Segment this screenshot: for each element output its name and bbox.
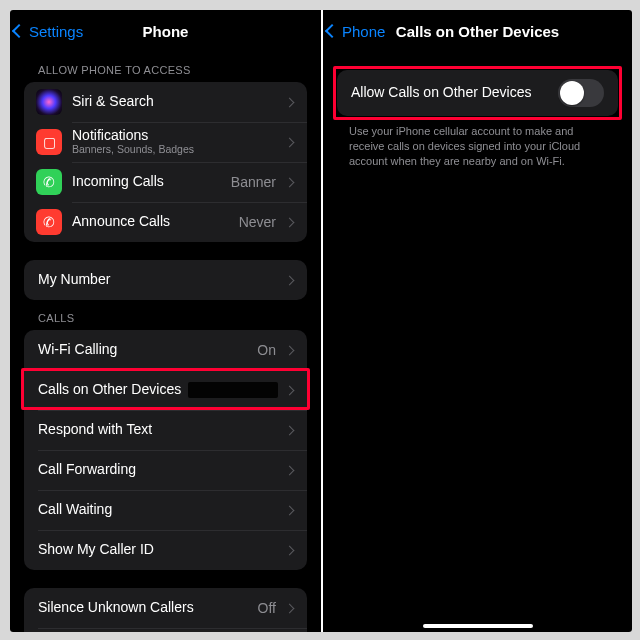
chevron-right-icon <box>285 345 295 355</box>
row-label-text: Notifications <box>72 127 148 143</box>
chevron-right-icon <box>285 425 295 435</box>
row-value: Off <box>258 600 276 616</box>
row-value: On <box>257 342 276 358</box>
home-indicator[interactable] <box>423 624 533 628</box>
chevron-right-icon <box>285 97 295 107</box>
row-wifi-calling[interactable]: Wi-Fi Calling On <box>24 330 307 370</box>
row-call-waiting[interactable]: Call Waiting <box>24 490 307 530</box>
chevron-right-icon <box>285 505 295 515</box>
back-label: Settings <box>29 23 83 40</box>
notifications-icon: ▢ <box>36 129 62 155</box>
chevron-right-icon <box>285 177 295 187</box>
row-sublabel: Banners, Sounds, Badges <box>72 144 286 156</box>
chevron-right-icon <box>285 465 295 475</box>
row-value: Banner <box>231 174 276 190</box>
row-label: Announce Calls <box>72 214 239 229</box>
row-blocked-contacts[interactable]: Blocked Contacts <box>24 628 307 632</box>
announce-calls-icon: ✆ <box>36 209 62 235</box>
section-header-calls: CALLS <box>10 300 321 330</box>
chevron-left-icon <box>325 24 339 38</box>
chevron-right-icon <box>285 217 295 227</box>
row-respond-with-text[interactable]: Respond with Text <box>24 410 307 450</box>
row-notifications[interactable]: ▢ Notifications Banners, Sounds, Badges <box>24 122 307 162</box>
row-label: Siri & Search <box>72 94 286 109</box>
row-label: Show My Caller ID <box>38 542 286 557</box>
row-label: Allow Calls on Other Devices <box>351 85 558 100</box>
row-label: Respond with Text <box>38 422 286 437</box>
back-label: Phone <box>342 23 385 40</box>
group-access: Siri & Search ▢ Notifications Banners, S… <box>24 82 307 242</box>
row-label: Silence Unknown Callers <box>38 600 258 615</box>
page-title: Calls on Other Devices <box>396 23 559 40</box>
chevron-right-icon <box>285 385 295 395</box>
siri-icon <box>36 89 62 115</box>
row-call-forwarding[interactable]: Call Forwarding <box>24 450 307 490</box>
phone-settings-screen: Settings Phone ALLOW PHONE TO ACCESS Sir… <box>10 10 321 632</box>
chevron-right-icon <box>285 545 295 555</box>
page-title: Phone <box>143 23 189 40</box>
back-button-settings[interactable]: Settings <box>14 23 83 40</box>
row-label: Notifications Banners, Sounds, Badges <box>72 128 286 156</box>
chevron-right-icon <box>285 603 295 613</box>
description-text: Use your iPhone cellular account to make… <box>323 116 632 169</box>
row-label: Call Waiting <box>38 502 286 517</box>
group-my-number: My Number <box>24 260 307 300</box>
row-my-number[interactable]: My Number <box>24 260 307 300</box>
row-label: Wi-Fi Calling <box>38 342 257 357</box>
row-label: Calls on Other Devices <box>38 382 188 397</box>
row-calls-on-other-devices[interactable]: Calls on Other Devices <box>24 370 307 410</box>
phone-calls-on-other-devices-screen: Phone Calls on Other Devices Allow Calls… <box>321 10 632 632</box>
back-button-phone[interactable]: Phone <box>327 23 385 40</box>
group-bottom: Silence Unknown Callers Off Blocked Cont… <box>24 588 307 632</box>
allow-calls-toggle[interactable] <box>558 79 604 107</box>
row-announce-calls[interactable]: ✆ Announce Calls Never <box>24 202 307 242</box>
group-allow-calls: Allow Calls on Other Devices <box>337 70 618 116</box>
chevron-left-icon <box>12 24 26 38</box>
chevron-right-icon <box>285 137 295 147</box>
row-label: My Number <box>38 272 286 287</box>
chevron-right-icon <box>285 275 295 285</box>
row-incoming-calls[interactable]: ✆ Incoming Calls Banner <box>24 162 307 202</box>
incoming-calls-icon: ✆ <box>36 169 62 195</box>
redacted-value <box>188 382 278 398</box>
nav-bar: Settings Phone <box>10 10 321 52</box>
group-calls: Wi-Fi Calling On Calls on Other Devices … <box>24 330 307 570</box>
row-label: Incoming Calls <box>72 174 231 189</box>
toggle-knob <box>560 81 584 105</box>
row-value: Never <box>239 214 276 230</box>
row-allow-calls-toggle[interactable]: Allow Calls on Other Devices <box>337 70 618 116</box>
nav-bar: Phone Calls on Other Devices <box>323 10 632 52</box>
row-silence-unknown-callers[interactable]: Silence Unknown Callers Off <box>24 588 307 628</box>
row-show-my-caller-id[interactable]: Show My Caller ID <box>24 530 307 570</box>
row-siri-search[interactable]: Siri & Search <box>24 82 307 122</box>
section-header-access: ALLOW PHONE TO ACCESS <box>10 52 321 82</box>
row-label: Call Forwarding <box>38 462 286 477</box>
